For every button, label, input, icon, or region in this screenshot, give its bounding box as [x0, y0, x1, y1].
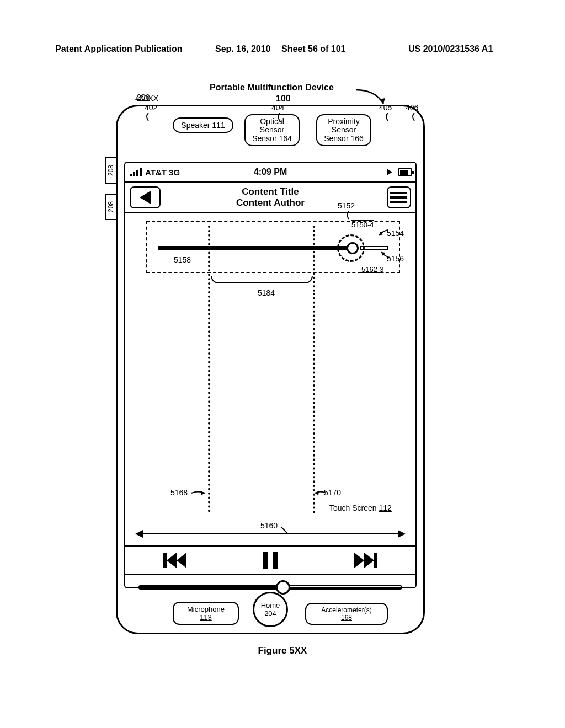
lead-404	[274, 112, 285, 123]
scrubber-track[interactable]	[158, 244, 388, 252]
optical-sensor-label: Optical SensorSensor 164	[244, 114, 300, 146]
lead-5152	[343, 210, 354, 221]
ref-5152: 5152	[338, 201, 355, 210]
home-button[interactable]: Home 204	[253, 592, 288, 627]
home-ref: 204	[264, 609, 276, 618]
pub-label: Patent Application Publication	[55, 44, 183, 54]
ref-5160: 5160	[260, 521, 278, 530]
device-title: Portable Multifunction Device	[210, 83, 334, 93]
width-arrow	[136, 533, 404, 534]
device-number: 100	[276, 94, 291, 104]
next-button[interactable]	[354, 553, 377, 568]
figure-label: Figure 5XX	[0, 645, 565, 656]
accelerometer-label: Accelerometer(s) 168	[305, 603, 388, 625]
chapter-line-5168	[208, 226, 210, 512]
back-button[interactable]	[130, 186, 161, 208]
chapter-line-5170	[313, 293, 315, 513]
chapter-line-5170-top	[313, 226, 315, 292]
touchscreen-label: Touch Screen 112	[329, 504, 392, 512]
ref-405: 405	[379, 103, 392, 112]
side-button-208a: 208	[105, 157, 116, 184]
ref-5168: 5168	[170, 488, 188, 497]
speaker-label: Speaker 111	[173, 117, 233, 133]
status-bar: AT&T 3G 4:09 PM	[125, 163, 415, 183]
lead-5154	[377, 228, 390, 238]
scrubber-fill	[158, 246, 347, 250]
microphone-label: Microphone 113	[173, 602, 239, 625]
carrier-label: AT&T 3G	[145, 168, 180, 177]
battery-icon	[398, 168, 412, 176]
pub-number: US 2010/0231536 A1	[408, 44, 493, 54]
ref-5162-3: 5162-3	[361, 265, 383, 274]
content-title: Content Title	[236, 186, 305, 197]
clock: 4:09 PM	[254, 167, 287, 177]
home-label: Home	[261, 601, 280, 609]
pub-date: Sep. 16, 2010	[215, 44, 271, 54]
volume-fill	[138, 585, 281, 590]
scrubber-thumb[interactable]	[347, 242, 359, 254]
ref-5184: 5184	[258, 288, 275, 297]
nav-bar: Content Title Content Author	[125, 183, 415, 213]
pause-button[interactable]	[263, 552, 278, 569]
lead-402	[143, 112, 154, 123]
list-button[interactable]	[387, 186, 411, 208]
back-arrow-icon	[140, 191, 151, 204]
lead-406	[409, 112, 420, 123]
ref-400xx: 400XX	[135, 94, 158, 103]
volume-thumb[interactable]	[276, 580, 290, 595]
svg-marker-4	[315, 491, 319, 495]
volume-slider[interactable]	[138, 582, 402, 593]
device-outline: 208 208 Speaker 111 Optical SensorSensor…	[116, 105, 425, 634]
lead-5156	[379, 250, 392, 260]
play-status-icon	[387, 169, 392, 175]
proximity-sensor-label: Proximity SensorSensor 166	[316, 114, 371, 146]
sheet-num: Sheet 56 of 101	[281, 44, 346, 54]
content-author: Content Author	[236, 197, 305, 208]
previous-button[interactable]	[163, 553, 186, 568]
signal-icon	[130, 168, 142, 176]
ref-404: 404	[271, 103, 284, 112]
lead-405	[382, 112, 393, 123]
ref-5158: 5158	[174, 255, 191, 264]
touch-screen[interactable]: 400XX 402 404 405 406 AT&T 3G 4:09 PM Co…	[124, 162, 417, 588]
list-icon	[391, 192, 407, 194]
brace-5184	[211, 276, 313, 283]
lead-5170	[314, 489, 327, 497]
side-button-208b: 208	[105, 194, 116, 220]
ref-402: 402	[145, 103, 157, 112]
svg-marker-3	[201, 491, 205, 495]
ref-5150-4: 5150-4	[351, 221, 374, 229]
lead-5168	[190, 489, 207, 497]
ref-406: 406	[406, 103, 418, 112]
content-titles: Content Title Content Author	[236, 186, 305, 209]
transport-controls	[125, 545, 415, 575]
scrubber-region: 5150-4 5154 5156 5158 5162-3	[146, 221, 400, 273]
